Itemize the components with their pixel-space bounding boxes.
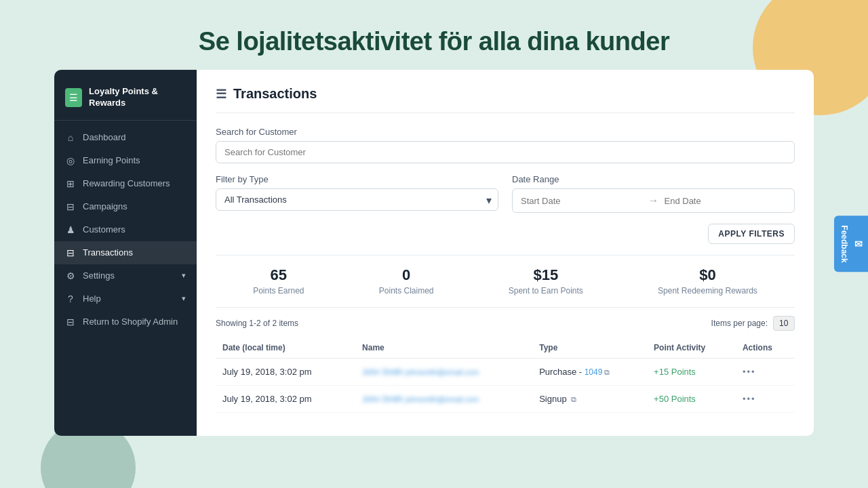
stat-spent-earn-label: Spent to Earn Points bbox=[509, 286, 583, 296]
campaigns-icon: ⊟ bbox=[65, 201, 76, 212]
sidebar-item-help[interactable]: ? Help ▾ bbox=[54, 287, 197, 310]
row1-points: +15 Points bbox=[654, 367, 696, 377]
row1-actions[interactable]: ••• bbox=[736, 359, 795, 386]
row1-customer-name: John Smith bbox=[362, 367, 403, 377]
data-table: Date (local time) Name Type Point Activi… bbox=[216, 338, 795, 413]
sidebar-item-label: Transactions bbox=[83, 247, 133, 258]
row2-point-activity: +50 Points bbox=[647, 386, 736, 413]
search-section: Search for Customer bbox=[216, 127, 795, 163]
stat-points-claimed-value: 0 bbox=[379, 266, 434, 284]
row1-type: Purchase - 1049⧉ bbox=[532, 359, 647, 386]
sidebar-item-label: Help bbox=[83, 293, 101, 304]
settings-icon: ⚙ bbox=[65, 270, 76, 281]
row2-date: July 19, 2018, 3:02 pm bbox=[216, 386, 355, 413]
sidebar-item-label: Rewarding Customers bbox=[83, 178, 170, 188]
rewarding-icon: ⊞ bbox=[65, 178, 76, 189]
sidebar-item-settings[interactable]: ⚙ Settings ▾ bbox=[54, 264, 197, 287]
date-start-input[interactable] bbox=[521, 196, 643, 206]
table-body: July 19, 2018, 3:02 pm John Smith johnsm… bbox=[216, 359, 795, 413]
row1-type-link[interactable]: 1049 bbox=[585, 367, 603, 377]
sidebar-nav: ⌂ Dashboard ◎ Earning Points ⊞ Rewarding… bbox=[54, 126, 197, 333]
stat-points-claimed: 0 Points Claimed bbox=[379, 266, 434, 296]
sidebar-item-rewarding-customers[interactable]: ⊞ Rewarding Customers bbox=[54, 172, 197, 195]
row2-type: Signup ⧉ bbox=[532, 386, 647, 413]
row1-date: July 19, 2018, 3:02 pm bbox=[216, 359, 355, 386]
chevron-down-icon: ▾ bbox=[182, 271, 186, 280]
sidebar-item-label: Earning Points bbox=[83, 155, 140, 165]
row2-points: +50 Points bbox=[654, 394, 696, 404]
filter-actions: APPLY FILTERS bbox=[216, 224, 795, 244]
content-area: ☰ Transactions Search for Customer Filte… bbox=[197, 70, 814, 436]
filter-type-select[interactable]: All Transactions Purchase Signup Redempt… bbox=[216, 188, 498, 211]
transactions-icon: ⊟ bbox=[65, 247, 76, 258]
filter-type-select-wrapper[interactable]: All Transactions Purchase Signup Redempt… bbox=[216, 188, 498, 211]
chevron-down-icon: ▾ bbox=[182, 294, 186, 303]
sidebar-item-customers[interactable]: ♟ Customers bbox=[54, 218, 197, 241]
customers-icon: ♟ bbox=[65, 224, 76, 235]
row2-actions[interactable]: ••• bbox=[736, 386, 795, 413]
brand-icon: ☰ bbox=[65, 88, 82, 107]
sidebar-item-return[interactable]: ⊟ Return to Shopify Admin bbox=[54, 310, 197, 333]
feedback-icon: ✉ bbox=[854, 239, 863, 249]
dashboard-icon: ⌂ bbox=[65, 132, 76, 143]
sidebar-item-transactions[interactable]: ⊟ Transactions bbox=[54, 241, 197, 264]
col-type: Type bbox=[532, 338, 647, 359]
apply-filters-button[interactable]: APPLY FILTERS bbox=[708, 224, 795, 244]
date-end-input[interactable] bbox=[665, 196, 787, 206]
per-page-select[interactable]: 10 25 50 bbox=[773, 316, 795, 331]
page-header: Se lojalitetsaktivitet för alla dina kun… bbox=[0, 0, 868, 70]
stat-spent-redeeming-label: Spent Redeeming Rewards bbox=[658, 286, 757, 296]
feedback-tab[interactable]: ✉ Feedback bbox=[834, 216, 868, 272]
brand-name: Loyalty Points & Rewards bbox=[89, 86, 186, 109]
row2-customer-name: John Smith bbox=[362, 394, 403, 404]
table-count: Showing 1-2 of 2 items bbox=[216, 319, 298, 328]
sidebar-item-earning-points[interactable]: ◎ Earning Points bbox=[54, 149, 197, 172]
sidebar-item-label: Return to Shopify Admin bbox=[83, 317, 178, 327]
sidebar-item-label: Customers bbox=[83, 224, 125, 235]
stat-spent-earn-value: $15 bbox=[509, 266, 583, 284]
sidebar-item-label: Dashboard bbox=[83, 132, 126, 142]
sidebar-item-dashboard[interactable]: ⌂ Dashboard bbox=[54, 126, 197, 149]
filter-date-group: Date Range → bbox=[512, 174, 795, 213]
items-per-page-label: Items per page: bbox=[711, 319, 768, 328]
copy-icon: ⧉ bbox=[571, 395, 576, 403]
row2-customer: John Smith johnsmith@email.com bbox=[355, 386, 532, 413]
table-info-row: Showing 1-2 of 2 items Items per page: 1… bbox=[216, 316, 795, 331]
stat-points-claimed-label: Points Claimed bbox=[379, 286, 434, 296]
date-arrow-icon: → bbox=[648, 195, 659, 207]
sidebar: ☰ Loyalty Points & Rewards ⌂ Dashboard ◎… bbox=[54, 70, 197, 436]
transactions-title-icon: ☰ bbox=[216, 87, 226, 102]
filter-row: Filter by Type All Transactions Purchase… bbox=[216, 174, 795, 213]
sidebar-item-campaigns[interactable]: ⊟ Campaigns bbox=[54, 195, 197, 218]
copy-icon: ⧉ bbox=[604, 368, 610, 376]
sidebar-brand: ☰ Loyalty Points & Rewards bbox=[54, 81, 197, 121]
col-actions: Actions bbox=[736, 338, 795, 359]
stat-spent-redeeming: $0 Spent Redeeming Rewards bbox=[658, 266, 757, 296]
row2-type-text: Signup bbox=[539, 394, 566, 404]
row1-type-text: Purchase - bbox=[539, 367, 584, 377]
main-layout: ☰ Loyalty Points & Rewards ⌂ Dashboard ◎… bbox=[54, 70, 814, 436]
feedback-label: Feedback bbox=[840, 225, 849, 262]
row1-actions-menu[interactable]: ••• bbox=[743, 367, 756, 377]
search-input[interactable] bbox=[216, 141, 795, 163]
row2-customer-email: johnsmith@email.com bbox=[406, 395, 479, 403]
return-icon: ⊟ bbox=[65, 317, 76, 327]
row1-point-activity: +15 Points bbox=[647, 359, 736, 386]
earning-points-icon: ◎ bbox=[65, 155, 76, 166]
table-row: July 19, 2018, 3:02 pm John Smith johnsm… bbox=[216, 359, 795, 386]
row2-actions-menu[interactable]: ••• bbox=[743, 394, 756, 404]
col-point-activity: Point Activity bbox=[647, 338, 736, 359]
page-heading: Se lojalitetsaktivitet för alla dina kun… bbox=[14, 27, 854, 56]
content-title: ☰ Transactions bbox=[216, 86, 795, 113]
stat-points-earned-value: 65 bbox=[253, 266, 304, 284]
table-row: July 19, 2018, 3:02 pm John Smith johnsm… bbox=[216, 386, 795, 413]
page-title: Transactions bbox=[233, 86, 317, 102]
filter-type-label: Filter by Type bbox=[216, 174, 498, 184]
sidebar-item-label: Campaigns bbox=[83, 201, 127, 211]
filter-type-group: Filter by Type All Transactions Purchase… bbox=[216, 174, 498, 211]
row1-customer-email: johnsmith@email.com bbox=[406, 368, 479, 376]
stat-spent-redeeming-value: $0 bbox=[658, 266, 757, 284]
stat-points-earned-label: Points Earned bbox=[253, 286, 304, 296]
row1-customer: John Smith johnsmith@email.com bbox=[355, 359, 532, 386]
stats-row: 65 Points Earned 0 Points Claimed $15 Sp… bbox=[216, 255, 795, 308]
